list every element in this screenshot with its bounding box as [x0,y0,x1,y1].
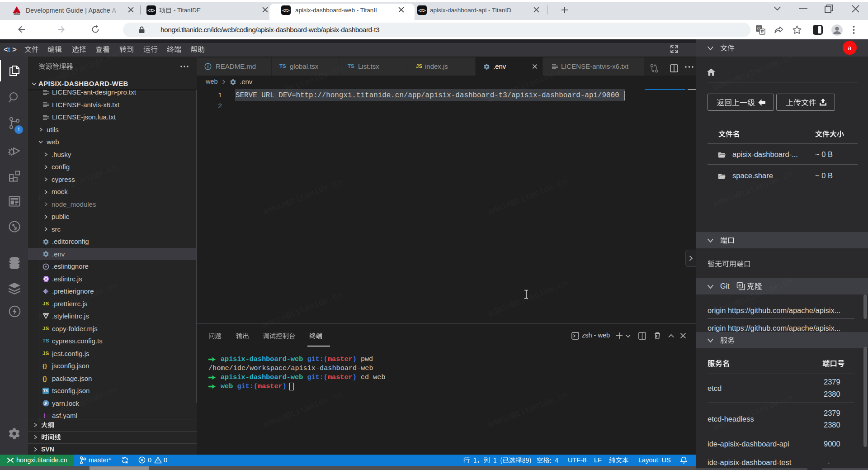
svg-text:>: > [12,45,17,54]
svg-text:<t>: <t> [282,8,290,13]
svg-text:<: < [4,45,8,54]
svg-text:t: t [8,46,11,53]
svg-text:<t>: <t> [418,8,426,13]
svg-text:<t>: <t> [147,8,155,13]
